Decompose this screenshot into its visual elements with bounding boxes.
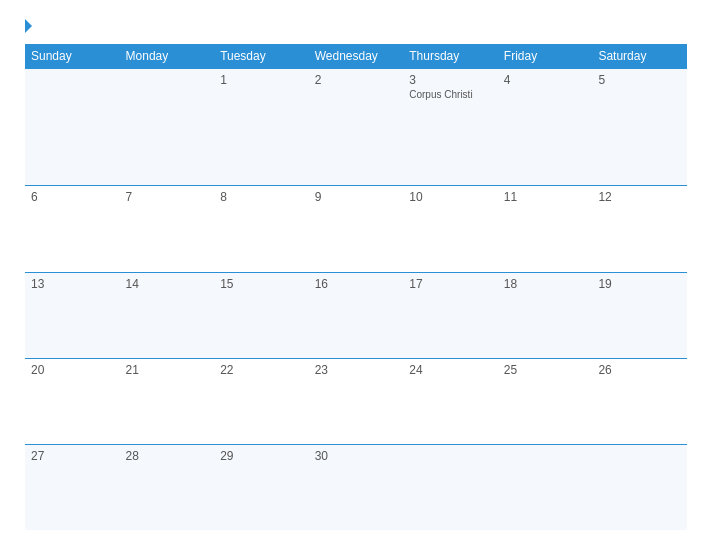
- day-cell: [592, 445, 687, 530]
- day-number: 22: [220, 363, 233, 377]
- logo: [25, 20, 34, 34]
- day-number: 3: [409, 73, 416, 87]
- day-number: 19: [598, 277, 611, 291]
- day-cell: 21: [120, 358, 215, 444]
- day-number: 15: [220, 277, 233, 291]
- day-number: 20: [31, 363, 44, 377]
- day-cell: 24: [403, 358, 498, 444]
- day-number: 18: [504, 277, 517, 291]
- week-row-3: 13141516171819: [25, 272, 687, 358]
- day-cell: 18: [498, 272, 593, 358]
- day-cell: 3Corpus Christi: [403, 69, 498, 186]
- day-cell: 10: [403, 186, 498, 272]
- day-number: 17: [409, 277, 422, 291]
- day-number: 6: [31, 190, 38, 204]
- day-cell: 30: [309, 445, 404, 530]
- day-number: 25: [504, 363, 517, 377]
- day-cell: [403, 445, 498, 530]
- day-header-wednesday: Wednesday: [309, 44, 404, 69]
- day-number: 26: [598, 363, 611, 377]
- logo-triangle-icon: [25, 19, 32, 33]
- day-number: 10: [409, 190, 422, 204]
- day-number: 11: [504, 190, 517, 204]
- week-row-2: 6789101112: [25, 186, 687, 272]
- calendar-header: [25, 20, 687, 34]
- day-cell: [25, 69, 120, 186]
- day-cell: [498, 445, 593, 530]
- day-cell: 16: [309, 272, 404, 358]
- day-cell: 9: [309, 186, 404, 272]
- day-cell: [120, 69, 215, 186]
- day-header-saturday: Saturday: [592, 44, 687, 69]
- day-header-tuesday: Tuesday: [214, 44, 309, 69]
- day-cell: 19: [592, 272, 687, 358]
- week-row-4: 20212223242526: [25, 358, 687, 444]
- days-header-row: SundayMondayTuesdayWednesdayThursdayFrid…: [25, 44, 687, 69]
- day-number: 12: [598, 190, 611, 204]
- day-number: 30: [315, 449, 328, 463]
- day-cell: 27: [25, 445, 120, 530]
- day-cell: 28: [120, 445, 215, 530]
- day-header-sunday: Sunday: [25, 44, 120, 69]
- day-number: 14: [126, 277, 139, 291]
- day-cell: 1: [214, 69, 309, 186]
- day-number: 4: [504, 73, 511, 87]
- day-cell: 11: [498, 186, 593, 272]
- day-cell: 23: [309, 358, 404, 444]
- day-cell: 12: [592, 186, 687, 272]
- day-number: 9: [315, 190, 322, 204]
- day-number: 21: [126, 363, 139, 377]
- day-number: 2: [315, 73, 322, 87]
- day-cell: 29: [214, 445, 309, 530]
- week-row-1: 123Corpus Christi45: [25, 69, 687, 186]
- day-header-friday: Friday: [498, 44, 593, 69]
- day-number: 13: [31, 277, 44, 291]
- day-cell: 14: [120, 272, 215, 358]
- day-number: 29: [220, 449, 233, 463]
- day-cell: 5: [592, 69, 687, 186]
- day-cell: 22: [214, 358, 309, 444]
- calendar-table: SundayMondayTuesdayWednesdayThursdayFrid…: [25, 44, 687, 530]
- day-number: 24: [409, 363, 422, 377]
- day-cell: 7: [120, 186, 215, 272]
- day-number: 1: [220, 73, 227, 87]
- day-cell: 4: [498, 69, 593, 186]
- day-number: 8: [220, 190, 227, 204]
- logo-blue-text: [25, 20, 34, 34]
- day-number: 5: [598, 73, 605, 87]
- day-cell: 15: [214, 272, 309, 358]
- day-event: Corpus Christi: [409, 89, 472, 100]
- day-cell: 2: [309, 69, 404, 186]
- day-cell: 25: [498, 358, 593, 444]
- day-header-monday: Monday: [120, 44, 215, 69]
- day-number: 23: [315, 363, 328, 377]
- day-number: 27: [31, 449, 44, 463]
- day-cell: 6: [25, 186, 120, 272]
- day-cell: 8: [214, 186, 309, 272]
- day-cell: 20: [25, 358, 120, 444]
- day-number: 7: [126, 190, 133, 204]
- day-cell: 26: [592, 358, 687, 444]
- week-row-5: 27282930: [25, 445, 687, 530]
- day-number: 28: [126, 449, 139, 463]
- day-cell: 17: [403, 272, 498, 358]
- day-number: 16: [315, 277, 328, 291]
- day-header-thursday: Thursday: [403, 44, 498, 69]
- day-cell: 13: [25, 272, 120, 358]
